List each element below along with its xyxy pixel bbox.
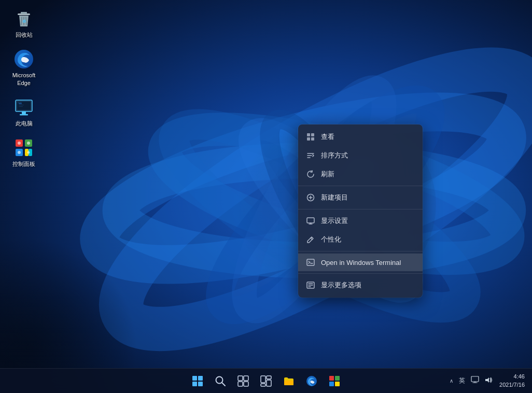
svg-rect-36 bbox=[307, 133, 310, 136]
svg-rect-58 bbox=[192, 382, 197, 386]
search-button[interactable] bbox=[210, 371, 231, 391]
svg-point-32 bbox=[18, 142, 21, 145]
menu-separator-4 bbox=[298, 273, 423, 274]
start-button[interactable] bbox=[187, 371, 208, 391]
svg-rect-74 bbox=[329, 382, 334, 386]
context-menu-personalize[interactable]: 个性化 bbox=[298, 230, 423, 249]
svg-rect-59 bbox=[198, 382, 203, 386]
svg-rect-73 bbox=[335, 376, 340, 381]
svg-rect-22 bbox=[22, 111, 26, 114]
context-menu-sort[interactable]: 排序方式 bbox=[298, 146, 423, 165]
svg-line-49 bbox=[311, 238, 312, 240]
microsoft-edge-icon[interactable]: Microsoft Edge bbox=[5, 46, 43, 90]
context-menu-terminal-label: Open in Windows Terminal bbox=[321, 259, 401, 266]
context-menu-sort-label: 排序方式 bbox=[321, 151, 348, 160]
terminal-icon bbox=[306, 258, 315, 266]
more-icon bbox=[306, 281, 315, 289]
this-pc-label: 此电脑 bbox=[16, 120, 33, 127]
svg-rect-25 bbox=[19, 105, 24, 105]
svg-rect-13 bbox=[21, 12, 27, 14]
svg-rect-76 bbox=[471, 376, 479, 382]
tray-network[interactable] bbox=[469, 375, 481, 387]
clock-date: 2021/7/16 bbox=[499, 381, 525, 389]
svg-rect-50 bbox=[307, 259, 314, 265]
clock-time: 4:46 bbox=[499, 373, 525, 381]
context-menu-view[interactable]: 查看 bbox=[298, 128, 423, 146]
context-menu-personalize-label: 个性化 bbox=[321, 235, 341, 244]
svg-rect-63 bbox=[244, 376, 248, 381]
context-menu-more-label: 显示更多选项 bbox=[321, 280, 361, 290]
this-pc-icon[interactable]: 此电脑 bbox=[5, 94, 43, 130]
system-tray: ∧ 英 4:46 2021/7/16 bbox=[448, 372, 528, 390]
system-clock[interactable]: 4:46 2021/7/16 bbox=[496, 372, 528, 390]
menu-separator-3 bbox=[298, 251, 423, 251]
store-button[interactable] bbox=[324, 371, 345, 391]
svg-line-16 bbox=[26, 17, 26, 25]
svg-rect-39 bbox=[311, 137, 314, 141]
svg-rect-26 bbox=[19, 106, 23, 107]
context-menu: 查看 排序方式 刷新 bbox=[298, 124, 423, 298]
svg-rect-57 bbox=[198, 376, 203, 381]
cpanel-image bbox=[13, 137, 34, 158]
svg-text:♻: ♻ bbox=[22, 19, 26, 24]
sort-icon bbox=[306, 151, 315, 160]
svg-rect-70 bbox=[284, 381, 293, 385]
context-menu-terminal[interactable]: Open in Windows Terminal bbox=[298, 254, 423, 271]
this-pc-image bbox=[13, 97, 34, 118]
task-view-button[interactable] bbox=[233, 371, 254, 391]
svg-rect-66 bbox=[261, 376, 265, 383]
edge-taskbar-button[interactable] bbox=[301, 371, 322, 391]
widgets-button[interactable] bbox=[256, 371, 276, 391]
edge-image bbox=[13, 49, 34, 69]
svg-rect-46 bbox=[307, 218, 314, 223]
svg-rect-38 bbox=[307, 137, 310, 141]
svg-rect-67 bbox=[267, 376, 271, 379]
desktop-wallpaper bbox=[0, 0, 532, 393]
menu-separator-1 bbox=[298, 186, 423, 186]
refresh-icon bbox=[306, 170, 315, 178]
svg-rect-65 bbox=[244, 382, 248, 386]
context-menu-display[interactable]: 显示设置 bbox=[298, 212, 423, 230]
tray-lang[interactable]: 英 bbox=[457, 375, 467, 386]
taskbar-center bbox=[187, 371, 345, 391]
svg-rect-75 bbox=[335, 382, 340, 386]
svg-line-61 bbox=[222, 383, 225, 386]
context-menu-new-label: 新建项目 bbox=[321, 193, 348, 202]
tray-chevron[interactable]: ∧ bbox=[448, 377, 455, 385]
display-icon bbox=[306, 217, 315, 225]
svg-rect-64 bbox=[238, 382, 243, 386]
tray-volume[interactable] bbox=[483, 375, 494, 387]
svg-rect-23 bbox=[20, 114, 28, 116]
pen-icon bbox=[306, 235, 315, 244]
view-icon bbox=[306, 133, 315, 141]
context-menu-refresh[interactable]: 刷新 bbox=[298, 165, 423, 184]
svg-rect-24 bbox=[19, 103, 22, 104]
file-explorer-button[interactable] bbox=[278, 371, 299, 391]
cpanel-label: 控制面板 bbox=[12, 160, 35, 167]
context-menu-more[interactable]: 显示更多选项 bbox=[298, 276, 423, 294]
svg-point-34 bbox=[18, 151, 21, 154]
svg-rect-21 bbox=[18, 102, 22, 103]
menu-separator-2 bbox=[298, 209, 423, 209]
desktop-icons-container: ♻ 回收站 bbox=[5, 5, 43, 171]
recycle-bin-icon[interactable]: ♻ 回收站 bbox=[5, 5, 43, 41]
taskbar: ∧ 英 4:46 2021/7/16 bbox=[0, 368, 532, 393]
svg-rect-56 bbox=[192, 376, 197, 381]
context-menu-view-label: 查看 bbox=[321, 132, 334, 142]
control-panel-icon[interactable]: 控制面板 bbox=[5, 134, 43, 171]
svg-rect-72 bbox=[329, 376, 334, 381]
svg-rect-11 bbox=[0, 172, 203, 393]
svg-point-33 bbox=[27, 142, 30, 145]
context-menu-display-label: 显示设置 bbox=[321, 216, 348, 226]
svg-rect-69 bbox=[261, 384, 265, 386]
svg-rect-68 bbox=[267, 380, 271, 386]
edge-label: Microsoft Edge bbox=[12, 72, 36, 87]
recycle-bin-image: ♻ bbox=[13, 8, 34, 29]
svg-rect-37 bbox=[311, 133, 314, 136]
context-menu-new[interactable]: 新建项目 bbox=[298, 188, 423, 207]
svg-marker-79 bbox=[485, 377, 489, 383]
recycle-bin-label: 回收站 bbox=[16, 31, 33, 38]
svg-rect-62 bbox=[238, 376, 243, 381]
svg-point-35 bbox=[27, 151, 30, 154]
new-icon bbox=[306, 193, 315, 202]
